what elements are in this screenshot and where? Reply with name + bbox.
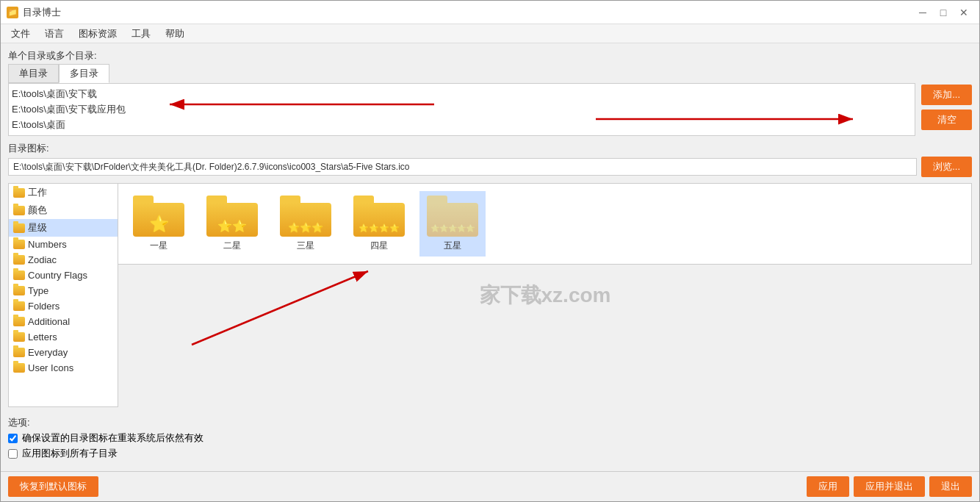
dir-line-2: E:\tools\桌面\安下载应用包 [12,102,912,118]
star-4: ⭐⭐⭐⭐ [359,224,400,232]
folder-big-3star: ⭐⭐⭐ [280,196,331,237]
maximize-button[interactable]: □ [934,4,953,21]
icon-label-5star: 五星 [444,240,461,252]
add-button[interactable]: 添加... [921,85,972,105]
icon-path-row: 浏览... [8,157,972,177]
sidebar-label-stars: 星级 [28,221,47,234]
sidebar-label-everyday: Everyday [28,347,68,358]
minimize-button[interactable]: ─ [913,4,932,21]
star-3: ⭐⭐⭐ [288,223,323,232]
sidebar-item-stars[interactable]: 星级 [9,219,118,237]
sidebar-label-work: 工作 [28,186,47,199]
sidebar-item-numbers[interactable]: Numbers [9,237,118,252]
tab-multi[interactable]: 多目录 [59,64,109,83]
sidebar-label-additional: Additional [28,316,70,327]
sidebar-item-type[interactable]: Type [9,283,118,298]
menu-tools[interactable]: 工具 [124,25,158,43]
icon-item-2star[interactable]: ⭐⭐ 二星 [199,191,265,257]
folder-icon-flags [13,270,25,280]
icon-label-3star: 三星 [297,240,314,252]
clear-button[interactable]: 清空 [921,110,972,130]
sidebar-label-color: 颜色 [28,204,47,217]
directory-input[interactable]: E:\tools\桌面\安下载 E:\tools\桌面\安下载应用包 E:\to… [8,83,915,136]
folder-body-3star: ⭐⭐⭐ [280,203,331,237]
sidebar-label-usericons: User Icons [28,362,73,373]
main-area: 工作 颜色 星级 Numbers Zodiac [8,183,972,407]
icon-item-4star[interactable]: ⭐⭐⭐⭐ 四星 [346,191,412,257]
sidebar-item-everyday[interactable]: Everyday [9,345,118,360]
exit-button[interactable]: 退出 [929,476,972,497]
app-icon: 📁 [7,7,18,18]
sidebar-label-numbers: Numbers [28,239,67,250]
icon-grid-wrapper: ⭐ 一星 ⭐⭐ [118,183,972,407]
icon-item-5star[interactable]: ⭐⭐⭐⭐⭐ 五星 [419,191,486,257]
folder-body-5star: ⭐⭐⭐⭐⭐ [427,203,478,237]
apply-exit-button[interactable]: 应用并退出 [854,476,925,497]
browse-button[interactable]: 浏览... [921,157,972,177]
star-5: ⭐⭐⭐⭐⭐ [430,225,475,232]
icon-path-input[interactable] [8,158,917,176]
sidebar-item-flags[interactable]: Country Flags [9,268,118,283]
title-controls: ─ □ ✕ [913,4,973,21]
sidebar-item-color[interactable]: 颜色 [9,201,118,219]
folder-icon-stars [13,223,25,233]
main-window: 📁 目录博士 ─ □ ✕ 文件 语言 图标资源 工具 帮助 单个目录或多个目录:… [0,0,980,502]
sidebar-item-letters[interactable]: Letters [9,329,118,345]
checkbox-subdirs[interactable] [8,449,18,459]
checkbox-subdirs-label: 应用图标到所有子目录 [22,447,118,460]
menu-language[interactable]: 语言 [37,25,71,43]
menu-file[interactable]: 文件 [4,25,37,43]
folder-body-2star: ⭐⭐ [206,203,258,237]
title-bar-left: 📁 目录博士 [7,6,61,19]
checkbox-persist[interactable] [8,434,18,443]
icon-label-4star: 四星 [370,240,388,252]
section1-label: 单个目录或多个目录: [8,49,972,62]
icon-label-2star: 二星 [223,240,241,252]
apply-button[interactable]: 应用 [807,476,849,497]
sidebar-item-usericons[interactable]: User Icons [9,360,118,376]
sidebar-item-additional[interactable]: Additional [9,314,118,329]
tab-bar: 单目录 多目录 [8,64,972,83]
tab-single[interactable]: 单目录 [8,64,59,83]
folder-big-2star: ⭐⭐ [206,196,258,237]
restore-button[interactable]: 恢复到默认图标 [8,476,98,497]
folder-icon-usericons [13,363,25,373]
menu-bar: 文件 语言 图标资源 工具 帮助 [1,24,979,43]
folder-big-5star: ⭐⭐⭐⭐⭐ [427,196,478,237]
title-bar: 📁 目录博士 ─ □ ✕ [1,1,979,24]
svg-line-5 [192,271,368,345]
options-section: 选项: 确保设置的目录图标在重装系统后依然有效 应用图标到所有子目录 [8,413,972,465]
sidebar-item-work[interactable]: 工作 [9,184,118,201]
bottom-bar: 恢复到默认图标 应用 应用并退出 退出 [1,471,979,501]
icon-path-section: 目录图标: 浏览... [8,142,972,177]
icon-item-1star[interactable]: ⭐ 一星 [126,191,192,257]
star-2: ⭐⭐ [217,220,247,232]
sidebar-label-zodiac: Zodiac [28,254,57,265]
sidebar-item-zodiac[interactable]: Zodiac [9,252,118,268]
close-button[interactable]: ✕ [954,4,973,21]
checkbox-row-1: 确保设置的目录图标在重装系统后依然有效 [8,431,972,445]
folder-icon-work [13,188,25,198]
checkbox-persist-label: 确保设置的目录图标在重装系统后依然有效 [22,431,203,445]
folder-body-1star: ⭐ [133,203,184,237]
icon-grid: ⭐ 一星 ⭐⭐ [126,191,964,257]
dir-line-1: E:\tools\桌面\安下载 [12,87,912,102]
folder-body-4star: ⭐⭐⭐⭐ [353,203,405,237]
icon-item-3star[interactable]: ⭐⭐⭐ 三星 [273,191,339,257]
content-area: 单个目录或多个目录: 单目录 多目录 E:\tools\桌面\安下载 E:\to… [1,43,979,471]
icon-path-label: 目录图标: [8,142,972,155]
folder-icon-letters [13,332,25,342]
folder-icon-type [13,286,25,295]
star-1: ⭐ [149,216,169,232]
sidebar-label-flags: Country Flags [28,270,87,281]
menu-icons[interactable]: 图标资源 [71,25,124,43]
sidebar-label-folders: Folders [28,301,60,312]
window-title: 目录博士 [23,6,61,19]
sidebar-item-folders[interactable]: Folders [9,298,118,314]
sidebar-label-letters: Letters [28,331,57,343]
folder-big-4star: ⭐⭐⭐⭐ [353,196,405,237]
bottom-bar-right: 应用 应用并退出 退出 [807,476,972,497]
sidebar-label-type: Type [28,285,48,296]
watermark: 家下载xz.com [480,282,611,309]
menu-help[interactable]: 帮助 [158,25,192,43]
